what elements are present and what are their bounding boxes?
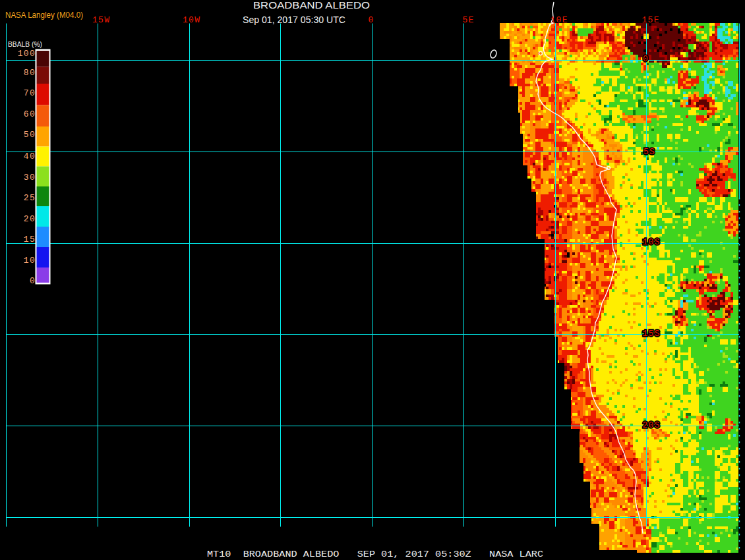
svg-text:BBALB (%): BBALB (%) — [8, 40, 42, 48]
svg-text:100: 100 — [18, 49, 36, 59]
svg-text:70: 70 — [24, 88, 36, 98]
svg-text:15: 15 — [24, 235, 36, 244]
svg-text:0: 0 — [369, 15, 374, 25]
svg-text:10: 10 — [24, 256, 36, 266]
svg-text:Sep 01, 2017 05:30 UTC: Sep 01, 2017 05:30 UTC — [243, 14, 345, 25]
svg-text:5S: 5S — [643, 147, 655, 157]
svg-text:10S: 10S — [643, 237, 661, 247]
svg-text:0: 0 — [643, 54, 649, 64]
svg-text:5E: 5E — [463, 15, 475, 25]
svg-text:MT10 BROADBAND ALBEDO SEP 0: MT10 BROADBAND ALBEDO SEP 01, 2017 05:30… — [207, 550, 543, 559]
svg-text:0: 0 — [30, 276, 36, 286]
svg-text:25: 25 — [24, 193, 36, 203]
svg-text:30: 30 — [24, 173, 36, 182]
svg-text:15E: 15E — [642, 15, 660, 25]
svg-text:50: 50 — [24, 130, 36, 140]
svg-text:40: 40 — [24, 152, 36, 161]
svg-text:15S: 15S — [643, 329, 661, 339]
svg-text:15W: 15W — [92, 15, 110, 25]
svg-text:10W: 10W — [183, 15, 200, 25]
svg-text:20S: 20S — [643, 420, 661, 430]
svg-text:80: 80 — [24, 68, 36, 78]
svg-text:NASA Langley (M04.0): NASA Langley (M04.0) — [5, 11, 83, 20]
svg-text:60: 60 — [24, 109, 36, 119]
svg-text:10E: 10E — [551, 15, 568, 25]
svg-text:20: 20 — [24, 214, 36, 224]
svg-text:BROADBAND ALBEDO: BROADBAND ALBEDO — [253, 0, 370, 11]
